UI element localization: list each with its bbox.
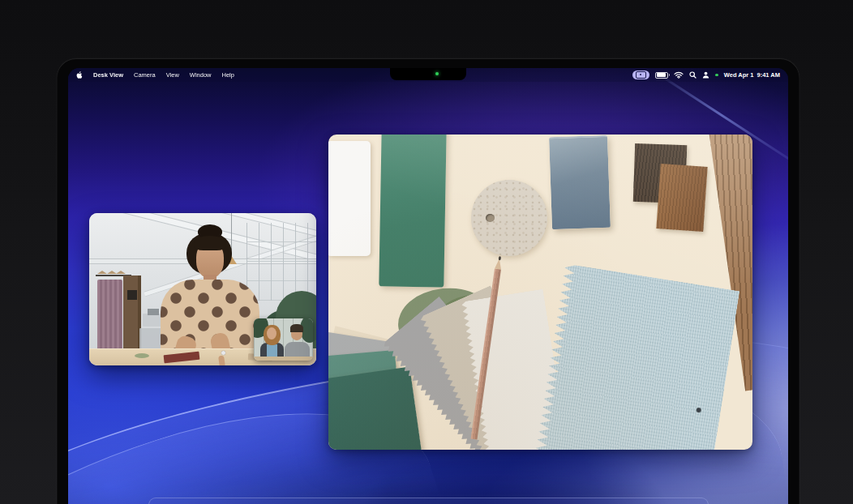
dark-teal-tile-sample <box>328 367 422 450</box>
desk-leaf <box>135 353 149 358</box>
felt-disc-sample <box>471 180 547 256</box>
menu-camera[interactable]: Camera <box>134 71 156 79</box>
facetime-video-window[interactable] <box>89 213 316 365</box>
time-label: 9:41 AM <box>757 71 780 79</box>
hanging-fabric <box>97 280 122 357</box>
studio-furniture <box>148 309 159 315</box>
apple-menu-icon[interactable] <box>76 71 83 79</box>
menu-window[interactable]: Window <box>190 71 212 79</box>
felt-disc-hole <box>486 214 495 222</box>
presenter-ring <box>221 351 225 355</box>
white-tile-sample <box>328 141 371 256</box>
battery-icon[interactable] <box>655 72 668 79</box>
search-icon[interactable] <box>689 71 697 79</box>
menu-view[interactable]: View <box>166 71 179 79</box>
cabinet <box>123 275 141 357</box>
blue-gray-tile-sample <box>549 135 611 229</box>
desk-view-glyph <box>636 71 646 79</box>
camera-led-green <box>435 72 439 75</box>
green-tile-sample <box>379 135 446 288</box>
menu-bar-clock[interactable]: Wed Apr 1 9:41 AM <box>724 71 780 79</box>
fabric-snap-button <box>696 408 701 413</box>
medium-wood-sample <box>656 164 707 232</box>
pip-desk-edge <box>254 357 313 361</box>
menu-help[interactable]: Help <box>221 71 234 79</box>
pip-woman-face <box>267 327 276 340</box>
desk-view-window[interactable] <box>328 135 752 450</box>
picture-in-picture[interactable] <box>254 318 313 361</box>
menu-bar-status: Wed Apr 1 9:41 AM <box>632 70 780 79</box>
battery-fill <box>657 73 666 77</box>
hanger <box>116 271 126 274</box>
blue-fabric-swatch <box>533 263 739 450</box>
user-menu-icon[interactable] <box>702 71 709 79</box>
display-screen: Desk View Camera View Window Help <box>68 68 788 504</box>
date-label: Wed Apr 1 <box>724 71 754 79</box>
camera-active-indicator <box>715 74 718 77</box>
pip-man-hair <box>290 324 303 332</box>
desk-view-active-icon[interactable] <box>632 70 649 79</box>
battery-nub <box>669 74 671 76</box>
menu-bar-left: Desk View Camera View Window Help <box>76 71 234 79</box>
menu-app-name[interactable]: Desk View <box>93 71 123 79</box>
display-notch <box>390 68 466 80</box>
wifi-icon[interactable] <box>674 71 684 79</box>
studio-window <box>246 223 316 301</box>
presenter-hair-front <box>194 236 226 250</box>
laptop-bezel: Desk View Camera View Window Help <box>57 58 799 504</box>
partial-window-top-edge[interactable] <box>148 498 709 504</box>
hanger <box>97 271 107 274</box>
